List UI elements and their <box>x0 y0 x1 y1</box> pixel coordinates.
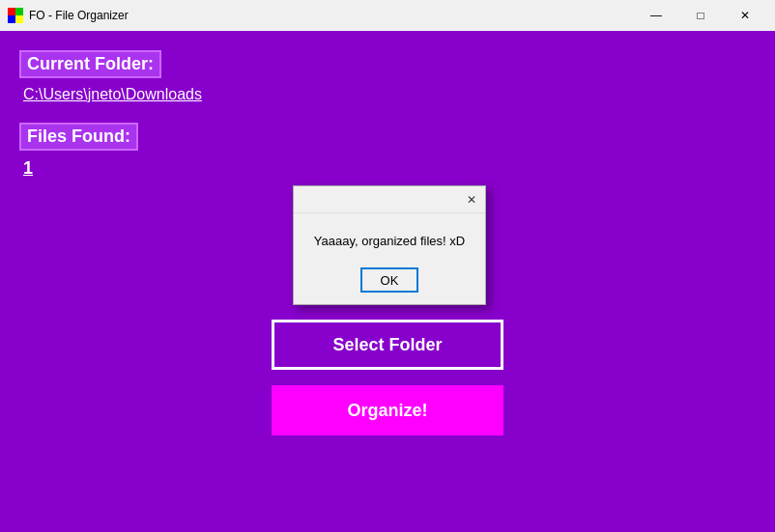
current-folder-path: C:\Users\jneto\Downloads <box>19 86 756 103</box>
select-folder-button[interactable]: Select Folder <box>272 320 503 370</box>
dialog-ok-button[interactable]: OK <box>360 267 418 293</box>
window-controls: — □ ✕ <box>634 0 767 31</box>
current-folder-label: Current Folder: <box>19 50 161 78</box>
svg-rect-1 <box>15 8 23 15</box>
minimize-button[interactable]: — <box>634 0 678 31</box>
current-folder-section: Current Folder: C:\Users\jneto\Downloads <box>19 50 756 103</box>
title-bar: FO - File Organizer — □ ✕ <box>0 0 775 31</box>
window-title: FO - File Organizer <box>29 9 634 22</box>
files-found-section: Files Found: 1 <box>19 123 756 179</box>
success-dialog: ✕ Yaaaay, organized files! xD OK <box>293 185 486 305</box>
dialog-close-button[interactable]: ✕ <box>462 190 481 210</box>
buttons-area: Select Folder Organize! <box>272 320 503 435</box>
maximize-button[interactable]: □ <box>678 0 723 31</box>
files-found-count: 1 <box>19 158 756 179</box>
dialog-footer: OK <box>294 260 485 304</box>
files-found-label: Files Found: <box>19 123 138 151</box>
app-icon <box>8 8 23 23</box>
close-button[interactable]: ✕ <box>723 0 767 31</box>
svg-rect-3 <box>15 15 23 23</box>
svg-rect-2 <box>8 15 15 23</box>
dialog-message: Yaaaay, organized files! xD <box>294 213 485 260</box>
organize-button[interactable]: Organize! <box>272 385 503 435</box>
main-content: Current Folder: C:\Users\jneto\Downloads… <box>0 31 775 532</box>
dialog-title-bar: ✕ <box>294 186 485 213</box>
svg-rect-0 <box>8 8 15 15</box>
